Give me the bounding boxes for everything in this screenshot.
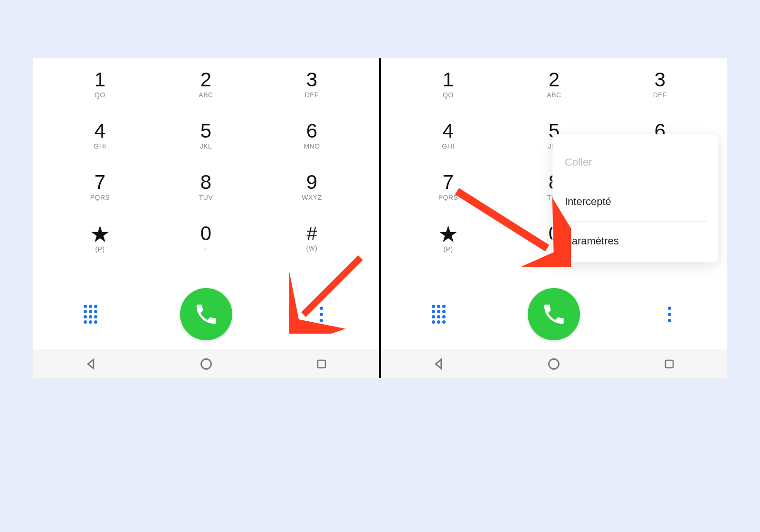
key-2[interactable]: 2ABC [501, 58, 607, 110]
nav-home-icon[interactable] [547, 357, 560, 371]
key-8[interactable]: 8TUV [153, 161, 259, 212]
key-star[interactable]: ★(P) [395, 212, 501, 263]
more-options-button[interactable] [664, 303, 675, 326]
key-1[interactable]: 1QO [395, 58, 501, 110]
call-button[interactable] [528, 288, 580, 340]
more-options-button[interactable] [316, 303, 327, 326]
svg-rect-4 [665, 360, 673, 368]
svg-point-0 [201, 359, 211, 369]
key-6[interactable]: 6MNO [259, 110, 365, 161]
dialpad-grid-icon[interactable] [84, 305, 97, 324]
svg-point-3 [549, 359, 559, 369]
key-5[interactable]: 5JKL [153, 110, 259, 161]
nav-home-icon[interactable] [200, 357, 213, 371]
android-nav-bar [381, 349, 727, 378]
action-row [381, 283, 727, 345]
menu-item-paste: Coller [552, 143, 718, 182]
nav-back-icon[interactable] [432, 357, 445, 371]
key-9[interactable]: 9WXYZ [259, 161, 365, 212]
dialer-screen-right: 1QO 2ABC 3DEF 4GHI 5JKL 6MNO 7PQRS 8TUV … [381, 58, 727, 378]
nav-recents-icon[interactable] [664, 358, 675, 370]
key-hash[interactable]: #(W) [259, 212, 365, 263]
call-button[interactable] [180, 288, 232, 340]
dialer-screen-left: 1QO 2ABC 3DEF 4GHI 5JKL 6MNO 7PQRS 8TUV … [33, 58, 379, 378]
action-row [33, 283, 379, 345]
key-star[interactable]: ★(P) [47, 212, 153, 263]
nav-back-icon[interactable] [84, 357, 97, 371]
menu-item-intercepted[interactable]: Intercepté [552, 182, 718, 221]
key-1[interactable]: 1QO [47, 58, 153, 110]
key-7[interactable]: 7PQRS [47, 161, 153, 212]
key-4[interactable]: 4GHI [395, 110, 501, 161]
key-0[interactable]: 0+ [153, 212, 259, 263]
key-3[interactable]: 3DEF [607, 58, 713, 110]
overflow-menu: Coller Intercepté Paramètres [552, 134, 718, 262]
dialpad-grid-icon[interactable] [432, 305, 446, 324]
key-3[interactable]: 3DEF [259, 58, 365, 110]
phone-icon [541, 301, 567, 327]
nav-recents-icon[interactable] [316, 358, 327, 370]
phone-icon [193, 301, 219, 327]
keypad: 1QO 2ABC 3DEF 4GHI 5JKL 6MNO 7PQRS 8TUV … [33, 58, 379, 263]
android-nav-bar [33, 349, 379, 378]
svg-rect-1 [318, 360, 325, 368]
menu-item-settings[interactable]: Paramètres [552, 222, 718, 261]
screenshot-pair: 1QO 2ABC 3DEF 4GHI 5JKL 6MNO 7PQRS 8TUV … [32, 58, 728, 379]
key-2[interactable]: 2ABC [153, 58, 259, 110]
key-7[interactable]: 7PQRS [395, 161, 501, 212]
key-4[interactable]: 4GHI [47, 110, 153, 161]
